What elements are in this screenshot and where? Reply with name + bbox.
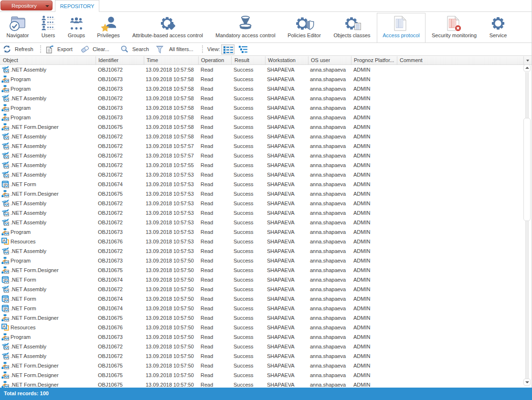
- svg-text:A: A: [3, 324, 6, 329]
- svg-text:A: A: [3, 238, 6, 243]
